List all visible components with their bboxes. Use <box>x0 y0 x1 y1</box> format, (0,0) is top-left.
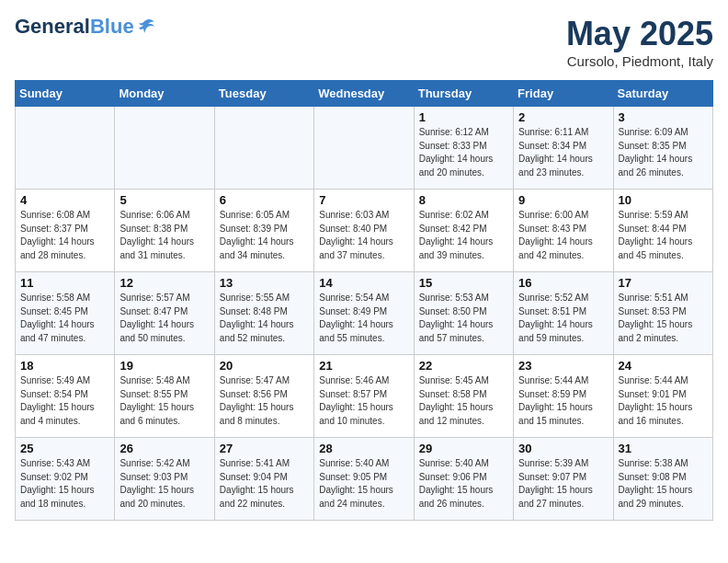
cell-sun-info: Sunrise: 5:43 AMSunset: 9:02 PMDaylight:… <box>20 457 109 511</box>
day-number: 16 <box>518 276 608 290</box>
day-number: 31 <box>619 442 708 455</box>
day-number: 2 <box>518 110 608 124</box>
calendar-cell: 12Sunrise: 5:57 AMSunset: 8:47 PMDayligh… <box>115 272 214 355</box>
cell-sun-info: Sunrise: 5:38 AMSunset: 9:08 PMDaylight:… <box>619 457 708 511</box>
day-number: 4 <box>20 193 109 207</box>
calendar-cell: 17Sunrise: 5:51 AMSunset: 8:53 PMDayligh… <box>613 272 712 355</box>
calendar-cell: 5Sunrise: 6:06 AMSunset: 8:38 PMDaylight… <box>115 190 214 272</box>
day-number: 11 <box>20 276 109 290</box>
month-title: May 2025 <box>566 15 713 53</box>
calendar-cell: 13Sunrise: 5:55 AMSunset: 8:48 PMDayligh… <box>214 272 313 355</box>
calendar-cell <box>214 107 313 190</box>
day-number: 9 <box>518 193 608 207</box>
cell-sun-info: Sunrise: 5:58 AMSunset: 8:45 PMDaylight:… <box>20 292 109 345</box>
calendar-cell: 3Sunrise: 6:09 AMSunset: 8:35 PMDaylight… <box>613 107 712 190</box>
day-number: 23 <box>518 359 608 373</box>
cell-sun-info: Sunrise: 6:03 AMSunset: 8:40 PMDaylight:… <box>319 209 408 262</box>
calendar-cell <box>115 107 214 190</box>
calendar-cell: 16Sunrise: 5:52 AMSunset: 8:51 PMDayligh… <box>514 272 613 355</box>
day-number: 25 <box>20 442 109 455</box>
cell-sun-info: Sunrise: 5:44 AMSunset: 8:59 PMDaylight:… <box>518 374 608 428</box>
cell-sun-info: Sunrise: 5:42 AMSunset: 9:03 PMDaylight:… <box>119 457 209 511</box>
cell-sun-info: Sunrise: 5:51 AMSunset: 8:53 PMDaylight:… <box>619 292 708 345</box>
logo-blue: Blue <box>90 15 134 38</box>
calendar-cell: 22Sunrise: 5:45 AMSunset: 8:58 PMDayligh… <box>414 355 513 438</box>
logo-bird-icon <box>136 17 156 37</box>
calendar-cell: 29Sunrise: 5:40 AMSunset: 9:06 PMDayligh… <box>414 438 513 521</box>
cell-sun-info: Sunrise: 5:57 AMSunset: 8:47 PMDaylight:… <box>119 292 209 345</box>
day-number: 30 <box>518 442 608 455</box>
cell-sun-info: Sunrise: 5:44 AMSunset: 9:01 PMDaylight:… <box>619 374 708 428</box>
calendar-cell: 20Sunrise: 5:47 AMSunset: 8:56 PMDayligh… <box>214 355 313 438</box>
calendar-cell: 26Sunrise: 5:42 AMSunset: 9:03 PMDayligh… <box>115 438 214 521</box>
calendar-cell: 9Sunrise: 6:00 AMSunset: 8:43 PMDaylight… <box>514 190 613 272</box>
day-number: 12 <box>119 276 209 290</box>
cell-sun-info: Sunrise: 5:40 AMSunset: 9:06 PMDaylight:… <box>419 457 508 511</box>
logo: GeneralBlue <box>15 15 156 39</box>
day-number: 17 <box>619 276 708 290</box>
calendar-cell: 6Sunrise: 6:05 AMSunset: 8:39 PMDaylight… <box>214 190 313 272</box>
day-number: 21 <box>319 359 408 373</box>
cell-sun-info: Sunrise: 5:47 AMSunset: 8:56 PMDaylight:… <box>220 374 309 428</box>
day-number: 3 <box>619 110 708 124</box>
day-number: 5 <box>119 193 209 207</box>
calendar-cell: 2Sunrise: 6:11 AMSunset: 8:34 PMDaylight… <box>514 107 613 190</box>
cell-sun-info: Sunrise: 6:02 AMSunset: 8:42 PMDaylight:… <box>419 209 508 262</box>
day-number: 1 <box>419 110 508 124</box>
calendar-cell: 31Sunrise: 5:38 AMSunset: 9:08 PMDayligh… <box>613 438 712 521</box>
cell-sun-info: Sunrise: 5:49 AMSunset: 8:54 PMDaylight:… <box>20 374 109 428</box>
cell-sun-info: Sunrise: 5:55 AMSunset: 8:48 PMDaylight:… <box>220 292 309 345</box>
day-number: 24 <box>619 359 708 373</box>
day-number: 8 <box>419 193 508 207</box>
calendar-week-1: 1Sunrise: 6:12 AMSunset: 8:33 PMDaylight… <box>16 107 713 190</box>
calendar-cell: 15Sunrise: 5:53 AMSunset: 8:50 PMDayligh… <box>414 272 513 355</box>
day-number: 7 <box>319 193 408 207</box>
day-number: 26 <box>119 442 209 455</box>
logo-general: General <box>15 15 90 38</box>
weekday-header-saturday: Saturday <box>613 81 712 107</box>
weekday-header-row: SundayMondayTuesdayWednesdayThursdayFrid… <box>16 81 713 107</box>
day-number: 29 <box>419 442 508 455</box>
day-number: 15 <box>419 276 508 290</box>
calendar-cell: 25Sunrise: 5:43 AMSunset: 9:02 PMDayligh… <box>16 438 115 521</box>
cell-sun-info: Sunrise: 6:05 AMSunset: 8:39 PMDaylight:… <box>220 209 309 262</box>
page-header: GeneralBlue May 2025 Cursolo, Piedmont, … <box>15 15 713 69</box>
calendar-cell <box>16 107 115 190</box>
day-number: 27 <box>220 442 309 455</box>
weekday-header-monday: Monday <box>115 81 214 107</box>
calendar-cell: 14Sunrise: 5:54 AMSunset: 8:49 PMDayligh… <box>314 272 414 355</box>
calendar-week-4: 18Sunrise: 5:49 AMSunset: 8:54 PMDayligh… <box>16 355 713 438</box>
title-block: May 2025 Cursolo, Piedmont, Italy <box>566 15 713 69</box>
calendar-cell: 21Sunrise: 5:46 AMSunset: 8:57 PMDayligh… <box>314 355 414 438</box>
day-number: 14 <box>319 276 408 290</box>
calendar-cell: 7Sunrise: 6:03 AMSunset: 8:40 PMDaylight… <box>314 190 414 272</box>
cell-sun-info: Sunrise: 6:08 AMSunset: 8:37 PMDaylight:… <box>20 209 109 262</box>
cell-sun-info: Sunrise: 5:59 AMSunset: 8:44 PMDaylight:… <box>619 209 708 262</box>
cell-sun-info: Sunrise: 5:41 AMSunset: 9:04 PMDaylight:… <box>220 457 309 511</box>
calendar-cell: 19Sunrise: 5:48 AMSunset: 8:55 PMDayligh… <box>115 355 214 438</box>
day-number: 28 <box>319 442 408 455</box>
cell-sun-info: Sunrise: 6:09 AMSunset: 8:35 PMDaylight:… <box>619 126 708 179</box>
cell-sun-info: Sunrise: 6:00 AMSunset: 8:43 PMDaylight:… <box>518 209 608 262</box>
day-number: 22 <box>419 359 508 373</box>
calendar-week-2: 4Sunrise: 6:08 AMSunset: 8:37 PMDaylight… <box>16 190 713 272</box>
day-number: 10 <box>619 193 708 207</box>
cell-sun-info: Sunrise: 5:54 AMSunset: 8:49 PMDaylight:… <box>319 292 408 345</box>
calendar-cell: 1Sunrise: 6:12 AMSunset: 8:33 PMDaylight… <box>414 107 513 190</box>
calendar-cell: 10Sunrise: 5:59 AMSunset: 8:44 PMDayligh… <box>613 190 712 272</box>
cell-sun-info: Sunrise: 6:12 AMSunset: 8:33 PMDaylight:… <box>419 126 508 179</box>
weekday-header-sunday: Sunday <box>16 81 115 107</box>
weekday-header-tuesday: Tuesday <box>214 81 313 107</box>
cell-sun-info: Sunrise: 6:06 AMSunset: 8:38 PMDaylight:… <box>119 209 209 262</box>
day-number: 19 <box>119 359 209 373</box>
day-number: 20 <box>220 359 309 373</box>
day-number: 18 <box>20 359 109 373</box>
cell-sun-info: Sunrise: 5:46 AMSunset: 8:57 PMDaylight:… <box>319 374 408 428</box>
cell-sun-info: Sunrise: 6:11 AMSunset: 8:34 PMDaylight:… <box>518 126 608 179</box>
calendar-cell: 23Sunrise: 5:44 AMSunset: 8:59 PMDayligh… <box>514 355 613 438</box>
calendar-cell: 4Sunrise: 6:08 AMSunset: 8:37 PMDaylight… <box>16 190 115 272</box>
cell-sun-info: Sunrise: 5:52 AMSunset: 8:51 PMDaylight:… <box>518 292 608 345</box>
calendar-cell: 30Sunrise: 5:39 AMSunset: 9:07 PMDayligh… <box>514 438 613 521</box>
weekday-header-friday: Friday <box>514 81 613 107</box>
calendar-cell: 24Sunrise: 5:44 AMSunset: 9:01 PMDayligh… <box>613 355 712 438</box>
